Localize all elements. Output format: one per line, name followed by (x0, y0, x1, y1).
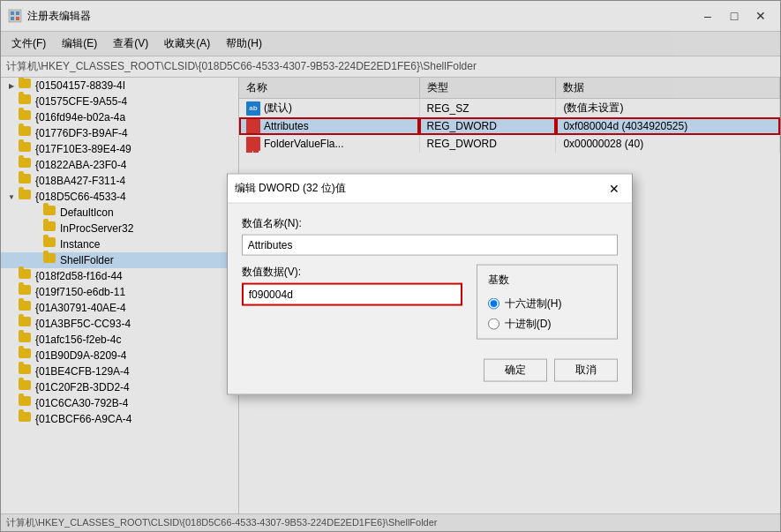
value-data-label: 数值数据(V): (242, 264, 462, 279)
radio-hex-input[interactable] (488, 297, 499, 309)
dialog-title-bar: 编辑 DWORD (32 位)值 ✕ (228, 174, 632, 203)
value-name-input[interactable] (242, 234, 618, 255)
radio-group: 十六进制(H) 十进制(D) (488, 296, 606, 331)
value-data-section: 数值数据(V): (242, 264, 462, 305)
radix-label: 基数 (488, 272, 606, 287)
radio-dec-input[interactable] (488, 318, 499, 329)
radio-hex[interactable]: 十六进制(H) (488, 296, 606, 311)
value-data-input[interactable] (242, 282, 462, 305)
radio-hex-label: 十六进制(H) (505, 296, 562, 311)
radix-section: 基数 十六进制(H) 十进制(D) (477, 264, 618, 339)
dialog-title: 编辑 DWORD (32 位)值 (235, 181, 346, 196)
dialog-content: 数值名称(N): 数值数据(V): 基数 十六进制(H) 十进制(D) (228, 203, 632, 351)
dialog-close-button[interactable]: ✕ (604, 179, 625, 197)
dialog-buttons: 确定 取消 (228, 351, 632, 393)
value-name-label: 数值名称(N): (242, 215, 618, 230)
cancel-button[interactable]: 取消 (554, 358, 618, 381)
ok-button[interactable]: 确定 (484, 358, 547, 381)
radio-dec-label: 十进制(D) (505, 316, 552, 331)
value-name-section: 数值名称(N): (242, 215, 618, 255)
radio-dec[interactable]: 十进制(D) (488, 316, 606, 331)
edit-dword-dialog: 编辑 DWORD (32 位)值 ✕ 数值名称(N): 数值数据(V): 基数 … (227, 173, 633, 394)
value-data-row: 数值数据(V): 基数 十六进制(H) 十进制(D) (242, 264, 618, 339)
